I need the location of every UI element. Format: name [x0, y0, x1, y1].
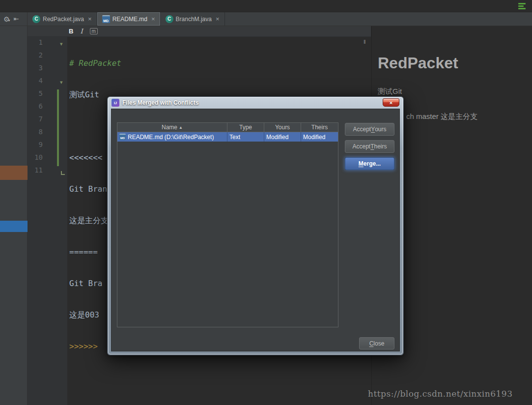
watermark-text: https://blog.csdn.net/xinxin6193: [368, 389, 513, 399]
fold-arrow-icon[interactable]: ▾: [60, 41, 63, 47]
line-number: 11: [28, 166, 43, 179]
tab-close-icon[interactable]: ×: [216, 15, 220, 23]
italic-icon[interactable]: I: [80, 28, 83, 35]
markdown-file-icon: MD: [119, 134, 126, 140]
activity-bars-icon: [518, 2, 527, 10]
code-line: # RedPacket: [69, 57, 150, 70]
tool-window-strip: [0, 26, 28, 405]
cell-name: MD README.md (D:\Git\RedPacket): [117, 132, 227, 142]
tab-close-icon[interactable]: ×: [88, 15, 92, 23]
tab-redpacket-java[interactable]: C RedPacket.java ×: [28, 12, 97, 26]
added-lines-marker: [57, 89, 59, 166]
intellij-logo-icon: IJ: [112, 99, 119, 107]
markdown-mode-icon[interactable]: m: [90, 28, 98, 34]
bold-icon[interactable]: B: [69, 28, 73, 35]
merge-conflicts-dialog: IJ Files Merged with Conflicts × Name ▲ …: [107, 96, 404, 355]
tab-branchm-java[interactable]: C BranchM.java ×: [161, 12, 225, 26]
ide-window: ⚙▾ ⇤ C RedPacket.java × MD README.md × C…: [0, 0, 532, 405]
settings-gear-icon[interactable]: ⚙▾: [3, 15, 10, 24]
tabs: C RedPacket.java × MD README.md × C Bran…: [28, 12, 225, 26]
dialog-title: Files Merged with Conflicts: [122, 99, 198, 106]
editor-tab-bar: ⚙▾ ⇤ C RedPacket.java × MD README.md × C…: [0, 12, 532, 26]
sort-ascending-icon: ▲: [179, 125, 183, 130]
line-number: 8: [28, 128, 43, 141]
tabbar-tools: ⚙▾ ⇤: [0, 12, 28, 26]
accept-yours-button[interactable]: Accept Yours: [345, 123, 394, 136]
cell-type: Text: [227, 132, 264, 142]
splitter-handle-icon[interactable]: ‖: [364, 39, 366, 45]
merge-button[interactable]: Merge...: [345, 157, 394, 170]
tab-close-icon[interactable]: ×: [151, 15, 155, 23]
column-header-type[interactable]: Type: [227, 123, 264, 132]
line-numbers: 1 2 3 4 5 6 7 8 9 10 11: [28, 38, 43, 179]
column-header-theirs[interactable]: Theirs: [301, 123, 338, 132]
hide-panel-icon[interactable]: ⇤: [14, 15, 19, 23]
strip-marker-blue: [0, 221, 28, 232]
column-header-yours[interactable]: Yours: [264, 123, 301, 132]
close-button[interactable]: Close: [359, 337, 394, 349]
line-number: 9: [28, 141, 43, 153]
line-number: 7: [28, 115, 43, 128]
line-number: 5: [28, 89, 43, 102]
fold-arrow-icon[interactable]: ▾: [60, 79, 63, 86]
conflict-files-table[interactable]: Name ▲ Type Yours Theirs MD README.md (D…: [117, 122, 338, 327]
java-class-icon: C: [32, 15, 40, 23]
line-number: 3: [28, 64, 43, 77]
line-number: 10: [28, 153, 43, 166]
line-number: 4: [28, 77, 43, 89]
cell-yours: Modified: [264, 132, 301, 142]
markdown-format-toolbar: B I m: [28, 26, 371, 37]
preview-heading: RedPacket: [378, 54, 458, 72]
tab-readme-md[interactable]: MD README.md ×: [97, 12, 161, 26]
cell-theirs: Modified: [301, 132, 338, 142]
fold-end-icon[interactable]: [61, 171, 65, 175]
editor-gutter: 1 2 3 4 5 6 7 8 9 10 11 ▾ ▾: [28, 37, 67, 405]
preview-paragraph: ch master 这是主分支: [406, 112, 477, 121]
dialog-title-bar[interactable]: IJ Files Merged with Conflicts: [108, 97, 403, 109]
line-number: 6: [28, 102, 43, 115]
java-class-icon: C: [166, 15, 173, 23]
column-label: Yours: [275, 124, 290, 131]
file-name: README.md (D:\Git\RedPacket): [128, 134, 214, 141]
markdown-file-icon: MD: [102, 15, 110, 23]
column-label: Type: [239, 124, 252, 131]
column-header-name[interactable]: Name ▲: [117, 123, 227, 132]
tab-label: README.md: [112, 16, 147, 23]
dialog-close-button[interactable]: ×: [383, 98, 399, 107]
table-row[interactable]: MD README.md (D:\Git\RedPacket) Text Mod…: [117, 132, 338, 142]
preview-paragraph: 测试Git: [378, 87, 402, 96]
table-header: Name ▲ Type Yours Theirs: [117, 123, 338, 132]
top-bar: [0, 0, 532, 12]
tab-label: RedPacket.java: [43, 16, 84, 23]
accept-theirs-button[interactable]: Accept Theirs: [345, 140, 394, 153]
column-label: Theirs: [311, 124, 328, 131]
code-line: [69, 372, 150, 384]
line-number: 1: [28, 38, 43, 51]
tab-label: BranchM.java: [176, 16, 212, 23]
dialog-body: Name ▲ Type Yours Theirs MD README.md (D…: [111, 109, 400, 351]
column-label: Name: [162, 124, 177, 131]
strip-marker-orange: [0, 166, 28, 180]
line-number: 2: [28, 51, 43, 64]
